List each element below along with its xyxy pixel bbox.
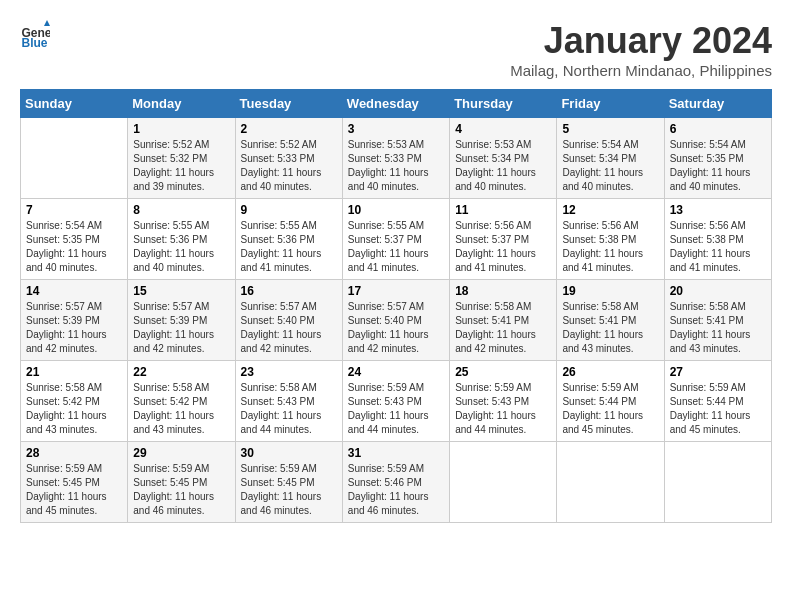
day-number: 25 [455, 365, 551, 379]
calendar-cell: 4Sunrise: 5:53 AM Sunset: 5:34 PM Daylig… [450, 118, 557, 199]
day-info: Sunrise: 5:54 AM Sunset: 5:35 PM Dayligh… [26, 219, 122, 275]
day-info: Sunrise: 5:59 AM Sunset: 5:44 PM Dayligh… [670, 381, 766, 437]
day-info: Sunrise: 5:59 AM Sunset: 5:44 PM Dayligh… [562, 381, 658, 437]
day-number: 7 [26, 203, 122, 217]
day-info: Sunrise: 5:56 AM Sunset: 5:37 PM Dayligh… [455, 219, 551, 275]
calendar-cell: 16Sunrise: 5:57 AM Sunset: 5:40 PM Dayli… [235, 280, 342, 361]
day-number: 3 [348, 122, 444, 136]
calendar-cell: 27Sunrise: 5:59 AM Sunset: 5:44 PM Dayli… [664, 361, 771, 442]
day-info: Sunrise: 5:57 AM Sunset: 5:40 PM Dayligh… [348, 300, 444, 356]
location: Mailag, Northern Mindanao, Philippines [510, 62, 772, 79]
day-info: Sunrise: 5:56 AM Sunset: 5:38 PM Dayligh… [562, 219, 658, 275]
day-number: 1 [133, 122, 229, 136]
page-header: General Blue January 2024 Mailag, Northe… [20, 20, 772, 79]
calendar-week-3: 21Sunrise: 5:58 AM Sunset: 5:42 PM Dayli… [21, 361, 772, 442]
calendar-body: 1Sunrise: 5:52 AM Sunset: 5:32 PM Daylig… [21, 118, 772, 523]
day-number: 2 [241, 122, 337, 136]
day-number: 30 [241, 446, 337, 460]
calendar-cell: 11Sunrise: 5:56 AM Sunset: 5:37 PM Dayli… [450, 199, 557, 280]
day-number: 19 [562, 284, 658, 298]
svg-marker-2 [44, 20, 50, 26]
day-info: Sunrise: 5:59 AM Sunset: 5:45 PM Dayligh… [241, 462, 337, 518]
calendar-cell [557, 442, 664, 523]
header-cell-thursday: Thursday [450, 90, 557, 118]
header-cell-friday: Friday [557, 90, 664, 118]
header-cell-monday: Monday [128, 90, 235, 118]
header-cell-saturday: Saturday [664, 90, 771, 118]
day-number: 9 [241, 203, 337, 217]
day-number: 12 [562, 203, 658, 217]
day-info: Sunrise: 5:57 AM Sunset: 5:39 PM Dayligh… [26, 300, 122, 356]
day-number: 21 [26, 365, 122, 379]
calendar-cell: 19Sunrise: 5:58 AM Sunset: 5:41 PM Dayli… [557, 280, 664, 361]
day-number: 4 [455, 122, 551, 136]
day-info: Sunrise: 5:58 AM Sunset: 5:43 PM Dayligh… [241, 381, 337, 437]
day-number: 11 [455, 203, 551, 217]
calendar-cell [664, 442, 771, 523]
day-number: 10 [348, 203, 444, 217]
calendar-cell: 7Sunrise: 5:54 AM Sunset: 5:35 PM Daylig… [21, 199, 128, 280]
calendar-cell: 9Sunrise: 5:55 AM Sunset: 5:36 PM Daylig… [235, 199, 342, 280]
day-info: Sunrise: 5:58 AM Sunset: 5:41 PM Dayligh… [562, 300, 658, 356]
day-info: Sunrise: 5:59 AM Sunset: 5:43 PM Dayligh… [455, 381, 551, 437]
day-info: Sunrise: 5:59 AM Sunset: 5:46 PM Dayligh… [348, 462, 444, 518]
calendar-table: SundayMondayTuesdayWednesdayThursdayFrid… [20, 89, 772, 523]
calendar-cell: 17Sunrise: 5:57 AM Sunset: 5:40 PM Dayli… [342, 280, 449, 361]
day-info: Sunrise: 5:59 AM Sunset: 5:45 PM Dayligh… [133, 462, 229, 518]
calendar-cell: 13Sunrise: 5:56 AM Sunset: 5:38 PM Dayli… [664, 199, 771, 280]
day-info: Sunrise: 5:55 AM Sunset: 5:36 PM Dayligh… [133, 219, 229, 275]
day-info: Sunrise: 5:54 AM Sunset: 5:34 PM Dayligh… [562, 138, 658, 194]
header-cell-wednesday: Wednesday [342, 90, 449, 118]
day-info: Sunrise: 5:56 AM Sunset: 5:38 PM Dayligh… [670, 219, 766, 275]
day-number: 18 [455, 284, 551, 298]
day-number: 13 [670, 203, 766, 217]
calendar-header-row: SundayMondayTuesdayWednesdayThursdayFrid… [21, 90, 772, 118]
calendar-cell: 26Sunrise: 5:59 AM Sunset: 5:44 PM Dayli… [557, 361, 664, 442]
calendar-cell [450, 442, 557, 523]
day-info: Sunrise: 5:53 AM Sunset: 5:34 PM Dayligh… [455, 138, 551, 194]
calendar-cell: 10Sunrise: 5:55 AM Sunset: 5:37 PM Dayli… [342, 199, 449, 280]
calendar-week-0: 1Sunrise: 5:52 AM Sunset: 5:32 PM Daylig… [21, 118, 772, 199]
day-number: 6 [670, 122, 766, 136]
calendar-cell: 28Sunrise: 5:59 AM Sunset: 5:45 PM Dayli… [21, 442, 128, 523]
calendar-cell: 24Sunrise: 5:59 AM Sunset: 5:43 PM Dayli… [342, 361, 449, 442]
calendar-cell: 5Sunrise: 5:54 AM Sunset: 5:34 PM Daylig… [557, 118, 664, 199]
day-info: Sunrise: 5:58 AM Sunset: 5:42 PM Dayligh… [26, 381, 122, 437]
day-number: 14 [26, 284, 122, 298]
calendar-cell: 23Sunrise: 5:58 AM Sunset: 5:43 PM Dayli… [235, 361, 342, 442]
calendar-cell: 3Sunrise: 5:53 AM Sunset: 5:33 PM Daylig… [342, 118, 449, 199]
calendar-cell: 21Sunrise: 5:58 AM Sunset: 5:42 PM Dayli… [21, 361, 128, 442]
day-number: 15 [133, 284, 229, 298]
calendar-cell: 8Sunrise: 5:55 AM Sunset: 5:36 PM Daylig… [128, 199, 235, 280]
header-cell-sunday: Sunday [21, 90, 128, 118]
logo-icon: General Blue [20, 20, 50, 50]
day-info: Sunrise: 5:52 AM Sunset: 5:33 PM Dayligh… [241, 138, 337, 194]
day-number: 26 [562, 365, 658, 379]
calendar-cell: 31Sunrise: 5:59 AM Sunset: 5:46 PM Dayli… [342, 442, 449, 523]
calendar-cell: 15Sunrise: 5:57 AM Sunset: 5:39 PM Dayli… [128, 280, 235, 361]
calendar-cell: 6Sunrise: 5:54 AM Sunset: 5:35 PM Daylig… [664, 118, 771, 199]
calendar-cell: 18Sunrise: 5:58 AM Sunset: 5:41 PM Dayli… [450, 280, 557, 361]
calendar-week-1: 7Sunrise: 5:54 AM Sunset: 5:35 PM Daylig… [21, 199, 772, 280]
calendar-cell: 30Sunrise: 5:59 AM Sunset: 5:45 PM Dayli… [235, 442, 342, 523]
calendar-cell: 29Sunrise: 5:59 AM Sunset: 5:45 PM Dayli… [128, 442, 235, 523]
day-number: 8 [133, 203, 229, 217]
svg-text:Blue: Blue [22, 36, 48, 50]
calendar-cell: 12Sunrise: 5:56 AM Sunset: 5:38 PM Dayli… [557, 199, 664, 280]
day-info: Sunrise: 5:59 AM Sunset: 5:43 PM Dayligh… [348, 381, 444, 437]
day-number: 27 [670, 365, 766, 379]
day-number: 16 [241, 284, 337, 298]
month-title: January 2024 [510, 20, 772, 62]
calendar-week-2: 14Sunrise: 5:57 AM Sunset: 5:39 PM Dayli… [21, 280, 772, 361]
title-block: January 2024 Mailag, Northern Mindanao, … [510, 20, 772, 79]
calendar-week-4: 28Sunrise: 5:59 AM Sunset: 5:45 PM Dayli… [21, 442, 772, 523]
day-info: Sunrise: 5:57 AM Sunset: 5:39 PM Dayligh… [133, 300, 229, 356]
day-number: 28 [26, 446, 122, 460]
day-info: Sunrise: 5:52 AM Sunset: 5:32 PM Dayligh… [133, 138, 229, 194]
day-info: Sunrise: 5:55 AM Sunset: 5:37 PM Dayligh… [348, 219, 444, 275]
day-number: 20 [670, 284, 766, 298]
day-number: 5 [562, 122, 658, 136]
day-number: 31 [348, 446, 444, 460]
calendar-cell: 25Sunrise: 5:59 AM Sunset: 5:43 PM Dayli… [450, 361, 557, 442]
day-info: Sunrise: 5:57 AM Sunset: 5:40 PM Dayligh… [241, 300, 337, 356]
